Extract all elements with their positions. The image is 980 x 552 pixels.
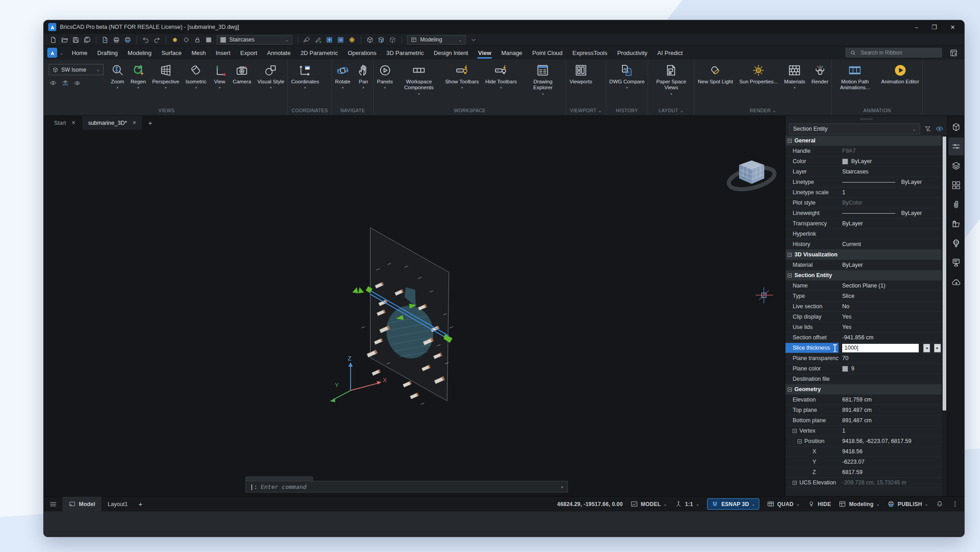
ribbon-tab-home[interactable]: Home	[67, 47, 92, 59]
visibility-icon[interactable]	[935, 125, 944, 133]
workspace-select[interactable]: Modeling ⌄	[407, 35, 466, 45]
maximize-button[interactable]: ❐	[931, 24, 937, 31]
property-row-linetype-scale[interactable]: Linetype scale1	[785, 187, 942, 198]
view-button[interactable]: View▾	[210, 61, 230, 91]
print-button[interactable]	[111, 35, 122, 45]
entity-type-select[interactable]: Section Entity ⌄	[789, 123, 920, 134]
status-esnap[interactable]: ESNAP 3D⌄	[707, 498, 759, 510]
viewports-button[interactable]: Viewports	[566, 61, 595, 91]
property-row-z[interactable]: Z6817.59	[785, 467, 942, 478]
property-row-linetype[interactable]: LinetypeByLayer	[785, 177, 942, 187]
panel-attachments-button[interactable]	[948, 196, 964, 214]
property-row-clip-display[interactable]: Clip displayYes	[785, 312, 942, 322]
layout-tab-model[interactable]: Model	[63, 497, 101, 511]
collapse-icon[interactable]	[798, 439, 802, 443]
ribbon-tab-expresstools[interactable]: ExpressTools	[567, 47, 612, 59]
status-notifications[interactable]	[936, 500, 944, 508]
zoom-button[interactable]: Zoom▾	[108, 61, 127, 91]
visibility-toggle-icon[interactable]	[50, 79, 57, 87]
publish-button[interactable]	[122, 35, 133, 45]
property-row-section-offset[interactable]: Section offset-941.856 cm	[785, 333, 942, 343]
snap-gold-button[interactable]	[347, 35, 357, 45]
filter-icon[interactable]	[924, 125, 931, 132]
status-publish[interactable]: PUBLISH⌄	[887, 500, 928, 508]
status-more[interactable]	[951, 500, 959, 508]
color-swatch[interactable]	[842, 366, 848, 372]
property-row-handle[interactable]: HandleF9A7	[785, 146, 942, 156]
ribbon-tab-operations[interactable]: Operations	[343, 47, 381, 59]
paper-space-views-button[interactable]: Paper Space Views▾	[648, 61, 694, 97]
section-header-geometry[interactable]: Geometry	[785, 384, 942, 395]
camera-button[interactable]: Camera	[230, 61, 254, 91]
rotate-button[interactable]: Rotate▾	[332, 61, 354, 91]
close-tab-icon[interactable]: ✕	[71, 120, 75, 126]
ribbon-tab-2d-parametric[interactable]: 2D Parametric	[295, 47, 343, 59]
cube-shaded-button[interactable]	[376, 35, 386, 45]
coordinates-button[interactable]: Coordinates▾	[288, 61, 322, 91]
status-coordinates[interactable]: 46824.29, -19517.66, 0.00	[557, 501, 623, 507]
panel-cloud-button[interactable]	[948, 273, 964, 291]
ribbon-tab-3d-parametric[interactable]: 3D Parametric	[381, 47, 429, 59]
ribbon-tab-annotate[interactable]: Annotate	[262, 47, 295, 59]
property-row-plot-style[interactable]: Plot styleByColor	[785, 198, 942, 208]
perspective-button[interactable]: Perspective▾	[149, 61, 182, 91]
panels-button[interactable]: Panels▾	[374, 61, 396, 91]
layer-visibility-icon[interactable]	[62, 79, 69, 87]
slice-thickness-input[interactable]: 1000	[842, 344, 919, 352]
undo-button[interactable]	[141, 35, 151, 45]
collapse-icon[interactable]	[788, 274, 792, 278]
property-row-color[interactable]: ColorByLayer	[785, 156, 942, 167]
scrollbar-thumb[interactable]	[943, 137, 946, 411]
new-spot-light-button[interactable]: New Spot Light	[694, 61, 736, 91]
property-row-history[interactable]: HistoryCurrent	[785, 239, 942, 250]
hide-toolbars-button[interactable]: Hide Toolbars▾	[482, 61, 520, 91]
property-row-position[interactable]: Position9418.56, -6223.07, 6817.59	[785, 436, 942, 447]
collapse-icon[interactable]	[788, 253, 792, 257]
viewport[interactable]: Z X Y	[44, 130, 785, 496]
close-tab-icon[interactable]: ✕	[132, 120, 136, 126]
spin-down-button[interactable]: ◂	[923, 344, 930, 352]
property-row-name[interactable]: NameSection Plane (1)	[785, 281, 942, 291]
hamburger-menu-button[interactable]	[47, 500, 59, 508]
property-row-x[interactable]: X9418.56	[785, 447, 942, 457]
property-row-layer[interactable]: LayerStaircases	[785, 167, 942, 177]
doc-tab-start[interactable]: Start✕	[48, 116, 82, 130]
status-model-space[interactable]: MODEL⌄	[631, 500, 667, 508]
layer-lock-button[interactable]	[192, 35, 203, 45]
panel-sheet-sets-button[interactable]	[948, 215, 964, 233]
show-toolbars-button[interactable]: Show Toolbars▾	[442, 61, 482, 91]
property-row-plane-transparency[interactable]: Plane transparency70	[785, 353, 942, 364]
property-row-transparency[interactable]: TransparencyByLayer	[785, 219, 942, 229]
entity-visibility-icon[interactable]	[74, 79, 81, 87]
layer-circle-button[interactable]	[181, 35, 191, 45]
property-row-use-lids[interactable]: Use lidsYes	[785, 322, 942, 333]
status-annotation-scale[interactable]: 1:1⌄	[675, 500, 699, 508]
export-button[interactable]	[100, 35, 110, 45]
color-swatch[interactable]	[842, 159, 848, 164]
open-button[interactable]	[59, 35, 70, 45]
command-expand-icon[interactable]: ▴	[561, 484, 563, 489]
property-row-y[interactable]: Y-6223.07	[785, 457, 942, 467]
property-row-material[interactable]: MaterialByLayer	[785, 260, 942, 270]
property-row-lineweight[interactable]: LineweightByLayer	[785, 208, 942, 219]
panel-render-composition-button[interactable]	[948, 254, 964, 272]
chevron-button[interactable]	[468, 35, 479, 45]
ribbon-tab-manage[interactable]: Manage	[496, 47, 527, 59]
section-header-section-entity[interactable]: Section Entity	[785, 270, 942, 281]
panel-components-button[interactable]	[948, 176, 964, 194]
panel-lights-button[interactable]	[948, 234, 964, 252]
ribbon-panel-toggle-button[interactable]	[949, 49, 958, 57]
drawing-explorer-button[interactable]: Drawing Explorer▾	[520, 61, 566, 97]
property-row-live-section[interactable]: Live sectionNo	[785, 301, 942, 312]
command-line[interactable]: | : Enter command ▴	[245, 481, 568, 493]
materials-button[interactable]: Materials▾	[781, 61, 808, 91]
visual-style-button[interactable]: Visual Style▾	[254, 61, 288, 91]
menu-chevron-icon[interactable]: ⌄	[57, 50, 67, 55]
render-button[interactable]: Render	[808, 61, 832, 91]
ribbon-tab-modeling[interactable]: Modeling	[123, 47, 157, 59]
panel-layers-button[interactable]	[948, 157, 964, 175]
layer-select[interactable]: Staircases ⌄	[217, 35, 292, 45]
sun-properties-button[interactable]: Sun Properties...	[736, 61, 781, 91]
property-row-top-plane[interactable]: Top plane891.487 cm	[785, 405, 942, 415]
workspace-components-button[interactable]: Workspace Components▾	[396, 61, 442, 97]
